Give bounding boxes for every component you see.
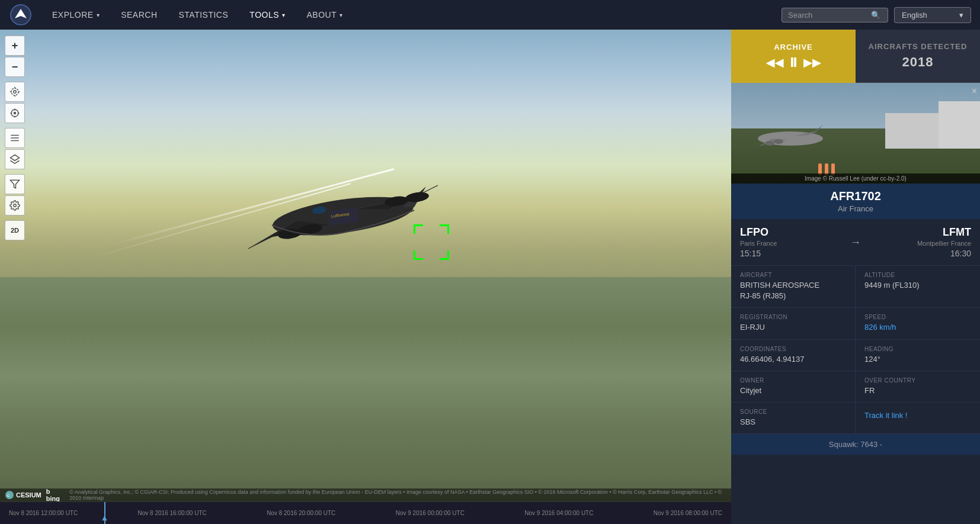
dest-code: LFMT	[867, 226, 971, 239]
route-arrow: →	[844, 236, 867, 249]
settings-button[interactable]	[5, 195, 25, 216]
detected-year: 2018	[902, 54, 934, 69]
archive-next-button[interactable]: ▶▶	[803, 56, 821, 69]
detail-altitude: ALTITUDE 9449 m (FL310)	[856, 266, 980, 308]
site-logo[interactable]	[9, 3, 33, 27]
map-layers-button[interactable]	[5, 149, 25, 169]
svg-point-16	[14, 112, 16, 114]
targeting-reticle	[414, 224, 449, 260]
timeline-label-3: Nov 8 2016 20:00:00 UTC	[267, 510, 335, 516]
location-button[interactable]	[5, 82, 25, 102]
panel-tabs: ARCHIVE ◀◀ ⏸ ▶▶ AIRCRAFTS DETECTED 2018	[731, 30, 980, 83]
timeline-bar[interactable]: Nov 8 2016 12:00:00 UTC Nov 8 2016 16:00…	[3, 502, 728, 524]
detail-registration: REGISTRATION EI-RJU	[731, 308, 856, 339]
flight-details-grid: AIRCRAFT BRITISH AEROSPACE RJ-85 (RJ85) …	[731, 266, 980, 434]
svg-text:C: C	[7, 494, 10, 497]
tab-archive[interactable]: ARCHIVE ◀◀ ⏸ ▶▶	[731, 30, 856, 83]
flight-header: AFR1702 Air France	[731, 184, 980, 219]
footer-attribution: © Analytical Graphics, Inc.; © CGIAR-CSI…	[69, 489, 726, 501]
detail-coordinates: COORDINATES 46.66406, 4.94137	[731, 340, 856, 371]
nav-statistics[interactable]: STATISTICS	[168, 0, 239, 30]
detail-heading: HEADING 124°	[856, 340, 980, 371]
about-caret: ▾	[340, 12, 343, 18]
detail-owner: OWNER Cityjet	[731, 371, 856, 403]
tools-caret: ▾	[282, 12, 286, 18]
archive-prev-button[interactable]: ◀◀	[766, 56, 784, 69]
language-label: English	[902, 11, 927, 20]
search-box[interactable]: 🔍	[782, 8, 888, 22]
origin-name: Paris France	[740, 240, 844, 247]
layers-button[interactable]	[5, 128, 25, 148]
dest-time: 16:30	[867, 249, 971, 258]
dest-name: Montpellier France	[867, 240, 971, 247]
svg-point-10	[11, 88, 18, 95]
bing-logo: b bing	[46, 488, 65, 502]
route-origin: LFPO Paris France 15:15	[740, 226, 844, 258]
timeline-label-1: Nov 8 2016 12:00:00 UTC	[9, 510, 78, 516]
aircraft-3d: Lufthansa	[213, 145, 473, 290]
detail-aircraft: AIRCRAFT BRITISH AEROSPACE RJ-85 (RJ85)	[731, 266, 856, 308]
navbar: EXPLORE ▾ SEARCH STATISTICS TOOLS ▾ ABOU…	[0, 0, 980, 30]
nav-search[interactable]: SEARCH	[110, 0, 168, 30]
squawk-bar: Squawk: 7643 -	[731, 434, 980, 455]
2d-mode-button[interactable]: 2D	[5, 220, 25, 240]
timeline-label-2: Nov 8 2016 16:00:00 UTC	[138, 510, 207, 516]
nav-explore[interactable]: EXPLORE ▾	[41, 0, 110, 30]
archive-label: ARCHIVE	[774, 43, 813, 52]
language-caret: ▾	[959, 11, 963, 20]
aircraft-photo-image	[731, 83, 980, 184]
close-photo-button[interactable]: ×	[972, 86, 977, 97]
timeline-label-6: Nov 9 2016 08:00:00 UTC	[654, 510, 722, 516]
svg-marker-25	[11, 180, 20, 188]
map-controls: + − 2D	[5, 36, 25, 240]
photo-credit: Image © Russell Lee (under cc-by-2.0)	[731, 173, 980, 184]
flight-airline: Air France	[740, 204, 971, 213]
footer: C CESIUM b bing © Analytical Graphics, I…	[0, 488, 731, 502]
zoom-in-button[interactable]: +	[5, 36, 25, 56]
svg-point-28	[765, 141, 774, 146]
detail-over-country: OVER COUNTRY FR	[856, 371, 980, 403]
cesium-logo: C CESIUM	[5, 490, 41, 500]
target-button[interactable]	[5, 103, 25, 123]
origin-code: LFPO	[740, 226, 844, 239]
search-input[interactable]	[788, 11, 871, 20]
svg-point-29	[774, 139, 783, 144]
svg-point-9	[14, 91, 17, 94]
nav-about[interactable]: ABOUT ▾	[296, 0, 354, 30]
zoom-out-button[interactable]: −	[5, 57, 25, 77]
route-dest: LFMT Montpellier France 16:30	[867, 226, 971, 258]
language-selector[interactable]: English ▾	[894, 7, 971, 23]
detail-track[interactable]: Track it link !	[856, 403, 980, 434]
tab-aircrafts-detected[interactable]: AIRCRAFTS DETECTED 2018	[856, 30, 980, 83]
svg-marker-24	[11, 155, 20, 161]
search-icon: 🔍	[871, 11, 880, 20]
right-panel: ARCHIVE ◀◀ ⏸ ▶▶ AIRCRAFTS DETECTED 2018	[731, 30, 980, 524]
origin-time: 15:15	[740, 249, 844, 258]
flight-callsign: AFR1702	[740, 189, 971, 203]
timeline-label-4: Nov 9 2016 00:00:00 UTC	[396, 510, 465, 516]
archive-controls: ◀◀ ⏸ ▶▶	[766, 55, 821, 70]
aircraft-photo-panel: Image © Russell Lee (under cc-by-2.0) ×	[731, 83, 980, 184]
svg-point-26	[14, 204, 17, 207]
flight-route: LFPO Paris France 15:15 → LFMT Montpelli…	[731, 219, 980, 266]
flight-info-panel: AFR1702 Air France LFPO Paris France 15:…	[731, 184, 980, 524]
squawk-value: Squawk: 7643 -	[829, 440, 882, 449]
detail-speed: SPEED 826 km/h	[856, 308, 980, 339]
timeline-label-5: Nov 9 2016 04:00:00 UTC	[524, 510, 593, 516]
filter-button[interactable]	[5, 174, 25, 194]
nav-tools[interactable]: TOOLS ▾	[239, 0, 296, 30]
timeline-marker-icon: ▲	[100, 513, 108, 522]
nav-right: 🔍 English ▾	[782, 7, 971, 23]
detected-label: AIRCRAFTS DETECTED	[869, 42, 968, 51]
archive-play-icon: ⏸	[787, 55, 800, 70]
timeline-labels: Nov 8 2016 12:00:00 UTC Nov 8 2016 16:00…	[3, 510, 728, 516]
timeline-tick-area: Nov 8 2016 12:00:00 UTC Nov 8 2016 16:00…	[3, 502, 728, 524]
timeline: Nov 8 2016 12:00:00 UTC Nov 8 2016 16:00…	[0, 502, 731, 524]
detail-source: SOURCE SBS	[731, 403, 856, 434]
explore-caret: ▾	[97, 12, 100, 18]
